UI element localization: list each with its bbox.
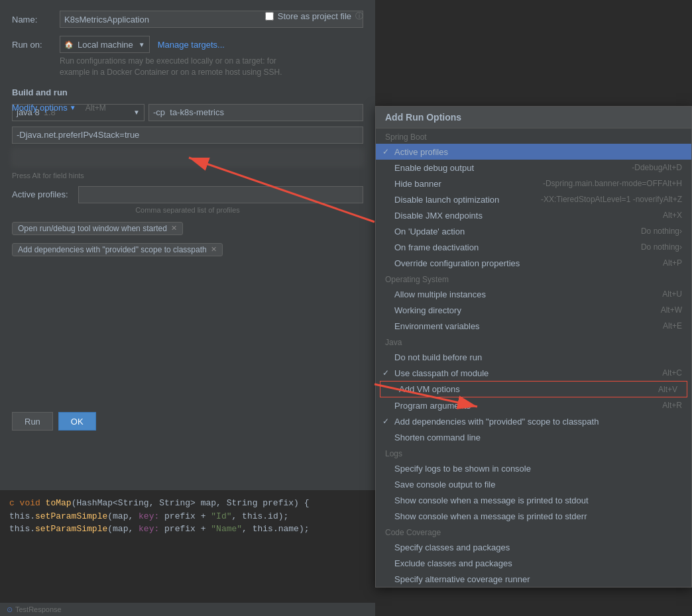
run-on-select[interactable]: 🏠 Local machine ▼: [60, 36, 150, 53]
menu-item-show-stdout[interactable]: Show console when a message is printed t…: [376, 492, 691, 508]
menu-item-hide-banner[interactable]: Hide banner-Dspring.main.banner-mode=OFF…: [376, 176, 691, 191]
menu-item-shortcut-disable-launch: Alt+Z: [663, 195, 682, 204]
menu-item-label-shorten-cmd: Shorten command line: [394, 433, 682, 442]
active-profiles-row: Active profiles:: [12, 186, 363, 203]
run-on-row: Run on: 🏠 Local machine ▼ Manage targets…: [12, 36, 363, 53]
menu-item-label-add-deps: Add dependencies with "provided" scope t…: [394, 417, 682, 427]
menu-item-arrow-on-update: ›: [679, 227, 682, 236]
menu-item-label-use-classpath: Use classpath of module: [394, 368, 662, 378]
menu-item-shortcut-hide-banner: Alt+H: [662, 179, 682, 188]
help-text: Run configurations may be executed local…: [60, 56, 363, 78]
menu-item-label-allow-multiple: Allow multiple instances: [394, 289, 662, 299]
menu-item-specify-runner[interactable]: Specify alternative coverage runner: [376, 571, 691, 587]
chevron-down-icon2: ▼: [133, 109, 140, 116]
left-panel: Store as project file ⓘ Name: Run on: 🏠 …: [0, 0, 375, 616]
menu-item-shortcut-program-args: Alt+R: [662, 401, 682, 410]
menu-item-label-override-config: Override configuration properties: [394, 258, 663, 268]
menu-item-use-classpath[interactable]: ✓Use classpath of moduleAlt+C: [376, 365, 691, 381]
build-run-title: Build and run: [12, 87, 363, 97]
menu-item-label-add-vm-options: Add VM options: [399, 384, 658, 394]
run-on-value: Local machine: [78, 40, 133, 50]
menu-item-on-frame[interactable]: On frame deactivationDo nothing›: [376, 239, 691, 255]
menu-item-override-config[interactable]: Override configuration propertiesAlt+P: [376, 255, 691, 271]
modify-options-link[interactable]: Modify options ▼: [12, 103, 76, 113]
menu-item-on-update[interactable]: On 'Update' actionDo nothing›: [376, 223, 691, 239]
menu-item-disable-jmx[interactable]: Disable JMX endpointsAlt+X: [376, 207, 691, 223]
run-button[interactable]: Run: [12, 412, 53, 431]
tag-run-debug-close[interactable]: ✕: [171, 224, 177, 232]
menu-item-shortcut-enable-debug: Alt+D: [662, 163, 682, 172]
chevron-down-icon: ▼: [139, 41, 145, 48]
menu-item-label-specify-classes: Specify classes and packages: [394, 542, 682, 552]
menu-item-allow-multiple[interactable]: Allow multiple instancesAlt+U: [376, 286, 691, 302]
name-label: Name:: [12, 15, 60, 25]
breadcrumb-text: TestResponse: [15, 605, 62, 613]
menu-item-exclude-classes[interactable]: Exclude classes and packages: [376, 555, 691, 571]
menu-item-env-vars[interactable]: Environment variablesAlt+E: [376, 318, 691, 334]
section-header-0: Spring Boot: [376, 128, 691, 144]
code-line-2: this.setParamSimple(map, key: prefix + "…: [9, 510, 366, 523]
menu-item-disable-launch[interactable]: Disable launch optimization-XX:TieredSto…: [376, 191, 691, 207]
menu-item-show-stderr[interactable]: Show console when a message is printed t…: [376, 508, 691, 524]
menu-item-hint-hide-banner: -Dspring.main.banner-mode=OFF: [543, 179, 662, 188]
menu-item-label-no-build: Do not build before run: [394, 352, 682, 362]
menu-item-shortcut-working-dir: Alt+W: [661, 305, 682, 315]
menu-item-label-specify-runner: Specify alternative coverage runner: [394, 574, 682, 584]
modify-shortcut: Alt+M: [86, 103, 106, 113]
panel-title: Add Run Options: [376, 107, 691, 128]
menu-item-label-disable-jmx: Disable JMX endpoints: [394, 211, 663, 221]
tag-deps-close[interactable]: ✕: [211, 245, 217, 254]
menu-item-save-console[interactable]: Save console output to file: [376, 476, 691, 492]
menu-item-label-specify-logs: Specify logs to be shown in console: [394, 464, 682, 474]
menu-sections: Spring Boot✓Active profilesEnable debug …: [376, 128, 691, 587]
menu-item-shortcut-add-vm-options: Alt+V: [658, 385, 677, 394]
section-header-4: Code Coverage: [376, 524, 691, 539]
menu-item-label-enable-debug: Enable debug output: [394, 163, 626, 173]
menu-item-specify-classes[interactable]: Specify classes and packages: [376, 539, 691, 555]
menu-item-specify-logs[interactable]: Specify logs to be shown in console: [376, 460, 691, 476]
menu-item-hint-disable-launch: -XX:TieredStopAtLevel=1 -noverify: [541, 195, 663, 204]
tag-run-debug-label: Open run/debug tool window when started: [18, 224, 167, 233]
tag-deps: Add dependencies with "provided" scope t…: [12, 243, 223, 256]
code-line-1: c void toMap(HashMap<String, String> map…: [9, 497, 366, 510]
vm-options-input[interactable]: [12, 127, 363, 144]
menu-item-arrow-on-frame: ›: [679, 242, 682, 252]
menu-item-label-show-stdout: Show console when a message is printed t…: [394, 495, 682, 505]
active-profiles-label: Active profiles:: [12, 189, 78, 199]
active-profiles-input[interactable]: [78, 186, 363, 203]
manage-targets-link[interactable]: Manage targets...: [158, 40, 225, 50]
bottom-buttons: Run OK: [12, 412, 96, 431]
menu-item-add-vm-options[interactable]: Add VM optionsAlt+V: [380, 381, 687, 397]
store-project-checkbox[interactable]: [265, 12, 274, 21]
ok-button[interactable]: OK: [58, 412, 96, 431]
build-run-section: Build and run java 8 1.8 ▼ Press Alt for…: [12, 87, 363, 260]
menu-item-shortcut-env-vars: Alt+E: [663, 321, 682, 331]
menu-item-label-program-args: Program arguments: [394, 401, 662, 411]
menu-item-working-dir[interactable]: Working directoryAlt+W: [376, 302, 691, 318]
store-info-icon: ⓘ: [355, 11, 363, 22]
tag-run-debug: Open run/debug tool window when started …: [12, 222, 183, 235]
menu-item-label-hide-banner: Hide banner: [394, 179, 538, 189]
menu-item-shorten-cmd[interactable]: Shorten command line: [376, 429, 691, 445]
code-area: c void toMap(HashMap<String, String> map…: [0, 490, 375, 616]
menu-item-program-args[interactable]: Program argumentsAlt+R: [376, 397, 691, 413]
profiles-hint: Comma separated list of profiles: [12, 206, 363, 214]
chevron-down-icon3: ▼: [70, 104, 76, 111]
check-icon-add-deps: ✓: [382, 417, 389, 426]
store-checkbox-row: Store as project file ⓘ: [265, 11, 363, 22]
section-header-2: Java: [376, 334, 691, 349]
press-alt-hint: Press Alt for field hints: [12, 172, 363, 180]
menu-item-active-profiles[interactable]: ✓Active profiles: [376, 144, 691, 160]
breadcrumb-bottom: ⊙ TestResponse: [0, 603, 375, 616]
add-run-options-panel: Add Run Options Spring Boot✓Active profi…: [375, 106, 692, 588]
menu-item-shortcut-disable-jmx: Alt+X: [663, 211, 682, 220]
cp-input[interactable]: [148, 104, 363, 121]
menu-item-label-save-console: Save console output to file: [394, 480, 682, 489]
house-icon: 🏠: [64, 40, 74, 49]
menu-item-enable-debug[interactable]: Enable debug output-DdebugAlt+D: [376, 160, 691, 176]
menu-item-add-deps[interactable]: ✓Add dependencies with "provided" scope …: [376, 413, 691, 429]
menu-item-no-build[interactable]: Do not build before run: [376, 349, 691, 365]
menu-item-hint-on-update: Do nothing: [641, 227, 679, 236]
menu-item-shortcut-override-config: Alt+P: [663, 258, 682, 268]
store-label: Store as project file: [278, 11, 351, 21]
